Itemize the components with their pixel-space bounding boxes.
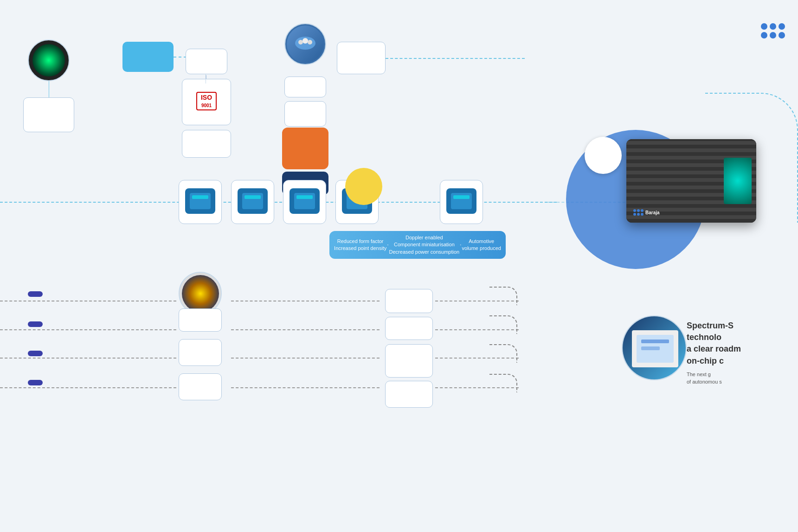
svg-rect-9 — [296, 195, 313, 199]
sidebar-label-receive — [28, 380, 43, 385]
svg-point-1 — [298, 40, 303, 45]
conn-series-a-iso — [206, 75, 206, 79]
yellow-bubble — [345, 168, 382, 205]
sidebar-label-transmit — [28, 351, 43, 356]
spectrum-scan-subtitle: The next gof autonomou s — [687, 371, 789, 386]
timeline-bottom-1 — [0, 301, 176, 301]
iso-card: ISO9001 — [182, 79, 231, 125]
validated-perpoint-card — [337, 42, 386, 74]
people-circle — [284, 23, 326, 65]
svg-rect-16 — [641, 346, 660, 350]
spectrum-scan-right-image — [622, 315, 687, 380]
sidebar-label-ranging — [28, 321, 43, 327]
wavelength-left-card — [179, 339, 222, 366]
logo-area — [761, 23, 789, 38]
rmcw-left-card — [179, 308, 222, 332]
timeline-transmit-2 — [231, 358, 380, 359]
conn-h-pivoted — [174, 57, 187, 58]
spectrum-card — [231, 180, 274, 224]
connector-v1 — [49, 81, 49, 97]
timeline-curve-right — [705, 93, 798, 223]
seed-funding-card — [23, 97, 74, 132]
svg-point-3 — [308, 40, 312, 45]
pivoted-card — [122, 42, 174, 72]
timeline-receive-2 — [231, 387, 380, 388]
timeline-bottom-ranging-1 — [0, 329, 176, 330]
spectrum-scan-text-area: Spectrum-Stechnoloa clear roadmon-chip c… — [687, 320, 789, 386]
homodyne-right-card — [385, 381, 433, 408]
svg-rect-5 — [192, 195, 208, 199]
timeline-bottom-ranging-2 — [231, 329, 380, 330]
info-automotive: Automotivevolume produced — [462, 238, 501, 252]
arc-1 — [489, 287, 517, 305]
svg-rect-13 — [453, 195, 470, 199]
arc-2 — [489, 315, 517, 334]
wavelength-right-card — [385, 344, 433, 378]
spectrum-flex-card — [179, 180, 222, 224]
series-a-card — [186, 49, 227, 74]
timeline-bottom-2 — [231, 301, 380, 301]
info-doppler: Doppler enabledComponent miniaturisation… — [389, 234, 460, 256]
timeline-receive-1 — [0, 387, 176, 388]
direct-detect-card — [179, 373, 222, 400]
rmcw-right-card — [385, 317, 433, 340]
timeline-transmit-1 — [0, 358, 176, 359]
info-box-main: Reduced form factorIncreased point densi… — [329, 231, 506, 259]
spectrum-hd-right-card — [440, 180, 483, 224]
sidebar-label-steering — [28, 291, 43, 297]
spectrum-offroad-card — [283, 180, 326, 224]
first-pointcloud-card — [28, 39, 70, 81]
wafer-scale-card — [385, 289, 433, 313]
arc-3 — [489, 344, 517, 363]
svg-rect-7 — [245, 195, 261, 199]
series-b-card — [284, 77, 326, 97]
iso-logo: ISO9001 — [196, 92, 217, 110]
spectrum-scan-title: Spectrum-Stechnoloa clear roadmon-chip c — [687, 320, 789, 367]
white-circle — [585, 137, 622, 174]
svg-point-2 — [302, 38, 308, 44]
validated-direct-card — [182, 130, 231, 158]
hitachi-card — [282, 128, 328, 169]
svg-rect-15 — [641, 340, 669, 343]
logo-dots — [761, 23, 785, 38]
info-reduced: Reduced form factorIncreased point densi… — [334, 238, 386, 252]
validated-homodyne-card — [284, 101, 326, 127]
arc-4 — [489, 374, 517, 392]
conn-perpoint-right — [386, 58, 525, 59]
